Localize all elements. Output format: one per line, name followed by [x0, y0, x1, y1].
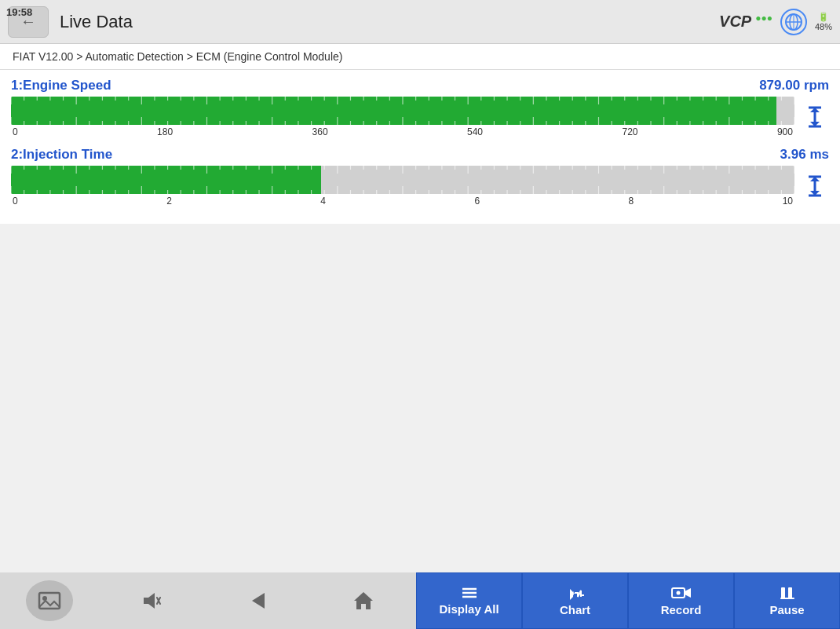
pause-button[interactable]: Pause [734, 572, 840, 629]
sensor-2-bar-fill [11, 166, 321, 194]
nav-home[interactable] [336, 580, 391, 621]
sensor-2-value: 3.96 ms [780, 147, 829, 163]
nav-gallery[interactable] [26, 580, 73, 621]
svg-point-273 [676, 591, 680, 594]
bottom-actions: Display All + Chart Record [416, 572, 840, 629]
display-all-button[interactable]: Display All [416, 572, 522, 629]
sensor-1-bar-fill [11, 97, 776, 125]
sensor-1-value: 879.00 rpm [759, 78, 829, 93]
bottom-area: Display All + Chart Record [0, 572, 840, 629]
nav-back[interactable] [230, 580, 285, 621]
bottom-nav-left [0, 572, 416, 629]
svg-rect-276 [780, 598, 794, 599]
chart-label: Chart [560, 603, 590, 616]
sensor-2-name: 2:Injection Time [11, 147, 112, 163]
pause-label: Pause [769, 603, 804, 616]
globe-icon[interactable] [780, 9, 807, 35]
sensor-1-bar-track: /* ticks drawn below */ [11, 97, 794, 125]
sensor-2-bar-wrapper: 0 2 4 6 8 10 [11, 166, 794, 207]
sensor-header-1: 1:Engine Speed 879.00 rpm [11, 78, 829, 93]
sensor-1-labels: 0 180 360 540 720 900 [11, 126, 794, 137]
svg-rect-275 [788, 587, 792, 598]
svg-point-259 [42, 596, 47, 601]
pause-icon [780, 586, 795, 600]
sensor-2-resize-button[interactable] [801, 172, 829, 200]
sensor-1-name: 1:Engine Speed [11, 78, 111, 93]
header-right: VCP ●●● 🔋 48% [719, 9, 832, 35]
header: 19:58 ← Live Data VCP ●●● 🔋 48% [0, 0, 840, 44]
display-all-icon [461, 587, 478, 599]
battery-icon: 🔋 [818, 12, 829, 22]
svg-marker-264 [354, 592, 373, 609]
svg-marker-260 [144, 593, 155, 609]
sensor-1-resize-button[interactable] [801, 103, 829, 131]
vcp-text: VCP [719, 13, 751, 30]
page-title: Live Data [60, 12, 133, 32]
sensor-2-labels: 0 2 4 6 8 10 [11, 196, 794, 207]
display-all-label: Display All [439, 602, 499, 616]
breadcrumb: FIAT V12.00 > Automatic Detection > ECM … [0, 44, 840, 70]
record-button[interactable]: Record [628, 572, 734, 629]
svg-text:+: + [572, 590, 575, 598]
sensor-2-bar-container: 0 2 4 6 8 10 [11, 166, 829, 207]
sensor-row-2: 2:Injection Time 3.96 ms 0 2 4 6 8 10 [11, 147, 829, 207]
vcp-logo: VCP ●●● [719, 13, 772, 31]
svg-rect-274 [781, 587, 785, 598]
chart-icon: + [567, 586, 584, 600]
sensor-1-bar-wrapper: /* ticks drawn below */ 0 180 360 540 72… [11, 97, 794, 137]
main-content: 1:Engine Speed 879.00 rpm /* ticks drawn… [0, 70, 840, 224]
sensor-2-bar-track [11, 166, 794, 194]
sensor-row-1: 1:Engine Speed 879.00 rpm /* ticks drawn… [11, 78, 829, 137]
svg-marker-263 [252, 593, 265, 609]
battery-info: 🔋 48% [815, 12, 832, 31]
globe-svg [784, 13, 803, 31]
record-label: Record [661, 603, 702, 616]
record-icon [671, 586, 692, 600]
time-display: 19:58 [6, 6, 32, 18]
sensor-1-bar-container: /* ticks drawn below */ 0 180 360 540 72… [11, 97, 829, 137]
sensor-header-2: 2:Injection Time 3.96 ms [11, 147, 829, 163]
battery-percent: 48% [815, 22, 832, 31]
signal-icon: ●●● [755, 13, 772, 24]
chart-button[interactable]: + Chart [522, 572, 628, 629]
svg-marker-272 [685, 588, 691, 598]
nav-volume[interactable] [124, 580, 179, 621]
svg-rect-258 [39, 593, 60, 609]
